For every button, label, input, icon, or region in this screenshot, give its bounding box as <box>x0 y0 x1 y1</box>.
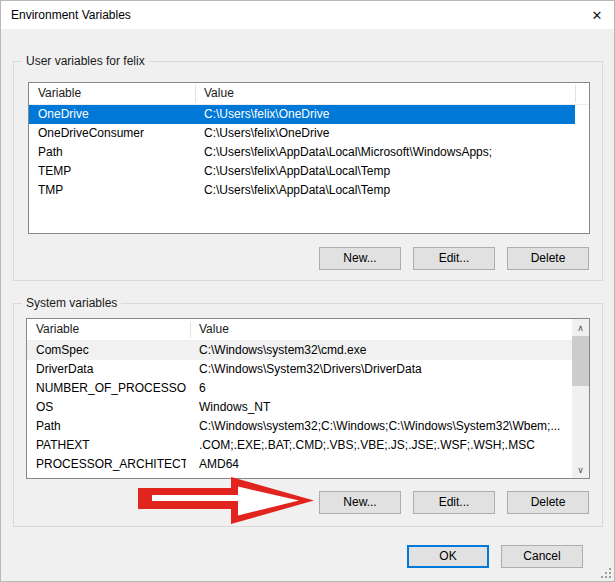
scrollbar-thumb[interactable] <box>572 336 589 386</box>
table-row[interactable]: NUMBER_OF_PROCESSORS 6 <box>27 379 589 398</box>
row-value: C:\Users\felix\AppData\Local\Temp <box>204 162 565 181</box>
row-variable: Path <box>38 143 188 162</box>
column-divider[interactable] <box>575 85 576 102</box>
row-value: C:\Windows\system32\cmd.exe <box>199 341 569 360</box>
row-variable: DriverData <box>36 360 186 379</box>
column-header-value[interactable]: Value <box>195 83 234 104</box>
scroll-down-icon[interactable]: ∨ <box>572 461 589 478</box>
system-variables-table[interactable]: Variable Value ComSpec C:\Windows\system… <box>26 318 590 479</box>
row-value: C:\Windows\system32;C:\Windows;C:\Window… <box>199 417 569 436</box>
row-value: Windows_NT <box>199 398 569 417</box>
table-row[interactable]: OneDrive C:\Users\felix\OneDrive <box>29 105 575 124</box>
cancel-button[interactable]: Cancel <box>501 545 583 568</box>
column-header-value[interactable]: Value <box>190 319 229 340</box>
user-new-button[interactable]: New... <box>319 247 401 270</box>
row-value: C:\Users\felix\OneDrive <box>204 105 565 124</box>
table-header[interactable]: Variable Value <box>29 83 589 105</box>
column-header-variable[interactable]: Variable <box>27 319 79 340</box>
close-icon[interactable]: ✕ <box>580 1 614 29</box>
table-row[interactable]: TMP C:\Users\felix\AppData\Local\Temp <box>29 181 575 200</box>
table-row[interactable]: TEMP C:\Users\felix\AppData\Local\Temp <box>29 162 575 181</box>
row-value: .COM;.EXE;.BAT;.CMD;.VBS;.VBE;.JS;.JSE;.… <box>199 436 569 455</box>
row-variable: TEMP <box>38 162 188 181</box>
table-row[interactable]: OneDriveConsumer C:\Users\felix\OneDrive <box>29 124 575 143</box>
title-bar: Environment Variables ✕ <box>1 1 614 29</box>
system-variables-group-label: System variables <box>22 296 121 310</box>
row-variable: OS <box>36 398 186 417</box>
column-divider[interactable] <box>195 85 196 102</box>
system-delete-button[interactable]: Delete <box>507 491 589 514</box>
row-variable: TMP <box>38 181 188 200</box>
row-value: C:\Users\felix\AppData\Local\Temp <box>204 181 565 200</box>
row-value: 6 <box>199 379 569 398</box>
user-delete-button[interactable]: Delete <box>507 247 589 270</box>
row-value: C:\Windows\System32\Drivers\DriverData <box>199 360 569 379</box>
system-new-button[interactable]: New... <box>319 491 401 514</box>
table-row[interactable]: PATHEXT .COM;.EXE;.BAT;.CMD;.VBS;.VBE;.J… <box>27 436 589 455</box>
table-row[interactable]: PROCESSOR_ARCHITECTURE AMD64 <box>27 455 589 474</box>
table-row[interactable]: Path C:\Users\felix\AppData\Local\Micros… <box>29 143 575 162</box>
table-header[interactable]: Variable Value <box>27 319 589 341</box>
resize-grip[interactable] <box>600 567 611 578</box>
ok-button[interactable]: OK <box>407 545 489 568</box>
row-variable: ComSpec <box>36 341 186 360</box>
table-row[interactable]: ComSpec C:\Windows\system32\cmd.exe <box>27 341 589 360</box>
column-divider[interactable] <box>190 321 191 338</box>
vertical-scrollbar[interactable]: ∧ ∨ <box>572 319 589 478</box>
scroll-up-icon[interactable]: ∧ <box>572 319 589 336</box>
table-row[interactable]: Path C:\Windows\system32;C:\Windows;C:\W… <box>27 417 589 436</box>
row-variable: OneDrive <box>38 105 188 124</box>
row-variable: Path <box>36 417 186 436</box>
environment-variables-dialog: Environment Variables ✕ User variables f… <box>0 0 615 582</box>
row-value: AMD64 <box>199 455 569 474</box>
row-variable: OneDriveConsumer <box>38 124 188 143</box>
user-edit-button[interactable]: Edit... <box>413 247 495 270</box>
column-header-variable[interactable]: Variable <box>29 83 81 104</box>
table-row[interactable]: DriverData C:\Windows\System32\Drivers\D… <box>27 360 589 379</box>
row-value: C:\Users\felix\OneDrive <box>204 124 565 143</box>
user-variables-table[interactable]: Variable Value OneDrive C:\Users\felix\O… <box>28 82 590 234</box>
table-row[interactable]: OS Windows_NT <box>27 398 589 417</box>
row-variable: PATHEXT <box>36 436 186 455</box>
system-edit-button[interactable]: Edit... <box>413 491 495 514</box>
row-variable: PROCESSOR_ARCHITECTURE <box>36 455 186 474</box>
row-variable: NUMBER_OF_PROCESSORS <box>36 379 186 398</box>
row-value: C:\Users\felix\AppData\Local\Microsoft\W… <box>204 143 565 162</box>
window-title: Environment Variables <box>1 8 131 22</box>
user-variables-group-label: User variables for felix <box>22 54 149 68</box>
